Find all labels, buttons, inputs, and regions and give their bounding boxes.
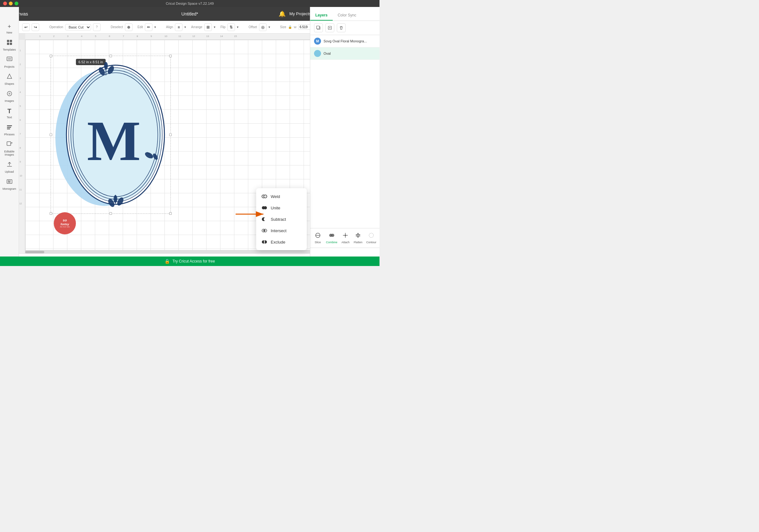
delete-button[interactable] <box>337 23 346 32</box>
sidebar-item-new[interactable]: + New <box>0 21 19 37</box>
svg-rect-3 <box>10 43 12 45</box>
layer-thumb-2 <box>314 50 321 57</box>
slice-tool[interactable]: Slice <box>311 231 324 245</box>
arrange-button[interactable]: ⊞ <box>204 23 212 31</box>
deselect-group: Deselect ⊕ <box>111 23 133 31</box>
svg-marker-6 <box>7 74 12 78</box>
offset-group: Offset ◎ ▾ <box>249 23 270 31</box>
templates-icon <box>6 39 13 47</box>
svg-rect-2 <box>7 43 9 45</box>
left-sidebar: + New Templates Projects Shapes Images T… <box>0 7 19 266</box>
panel-tabs: Layers Color Sync <box>310 7 380 21</box>
arrange-label: Arrange <box>191 25 202 29</box>
banner-text: Try Cricut Access for free <box>172 259 215 264</box>
redo-button[interactable]: ↪ <box>32 23 39 31</box>
operation-label: Operation <box>49 25 63 29</box>
svg-rect-57 <box>356 236 360 236</box>
flatten-tool[interactable]: Flatten <box>352 231 364 245</box>
layer-item-1[interactable]: M Sovg Oval Floral Monogra... <box>310 35 380 47</box>
copy-button[interactable] <box>325 23 334 32</box>
new-icon: + <box>8 23 11 30</box>
app-title: Cricut Design Space v7.22.149 <box>166 2 214 5</box>
svg-rect-9 <box>7 125 12 126</box>
sidebar-item-templates[interactable]: Templates <box>0 37 19 54</box>
combine-exclude[interactable]: Exclude <box>256 236 307 248</box>
operation-select[interactable]: Basic Cut <box>65 24 91 30</box>
svg-rect-12 <box>7 142 11 145</box>
operation-help[interactable]: ? <box>93 23 100 31</box>
editable-images-icon <box>6 141 13 149</box>
flip-button[interactable]: ⇅ <box>227 23 235 31</box>
attach-icon <box>342 232 348 240</box>
undo-button[interactable]: ↩ <box>22 23 30 31</box>
svg-point-42 <box>264 206 267 209</box>
svg-point-58 <box>369 233 374 237</box>
size-label: Size <box>280 25 286 29</box>
sidebar-item-projects[interactable]: Projects <box>0 54 19 71</box>
sidebar-item-images[interactable]: Images <box>0 88 19 105</box>
cricut-access-banner[interactable]: 🔒 Try Cricut Access for free <box>0 257 380 266</box>
arrow-annotation <box>236 209 267 220</box>
layer-thumb-1: M <box>314 38 321 45</box>
contour-tool[interactable]: Contour <box>364 231 378 245</box>
panel-actions <box>310 21 380 35</box>
upload-icon <box>6 161 13 169</box>
deselect-button[interactable]: ⊕ <box>125 23 133 31</box>
undo-redo-group: ↩ ↪ <box>22 23 39 31</box>
deselect-label: Deselect <box>111 25 123 29</box>
align-button[interactable]: ≡ <box>175 23 182 31</box>
close-button[interactable] <box>3 2 7 5</box>
align-label: Align <box>166 25 173 29</box>
sidebar-item-monogram[interactable]: M Monogram <box>0 176 19 193</box>
combine-weld[interactable]: Weld <box>256 191 307 202</box>
edit-group: Edit ✏ ▾ <box>138 23 156 31</box>
weld-icon <box>261 193 267 200</box>
svg-rect-1 <box>10 40 12 42</box>
tab-layers[interactable]: Layers <box>310 11 333 20</box>
minimize-button[interactable] <box>9 2 13 5</box>
sidebar-item-phrases[interactable]: Phrases <box>0 121 19 139</box>
offset-label: Offset <box>249 25 257 29</box>
arrange-group: Arrange ⊞ ▾ <box>191 23 215 31</box>
svg-point-54 <box>331 234 334 237</box>
horizontal-scrollbar[interactable] <box>25 250 310 253</box>
svg-rect-10 <box>7 127 11 128</box>
svg-rect-0 <box>7 40 9 42</box>
svg-rect-35 <box>317 26 319 29</box>
combine-tool[interactable]: Combine <box>324 231 340 245</box>
attach-tool[interactable]: Attach <box>340 231 352 245</box>
combine-intersect[interactable]: Intersect <box>256 225 307 236</box>
sidebar-item-shapes[interactable]: Shapes <box>0 71 19 88</box>
logo-line3: the font site <box>60 226 69 228</box>
combine-icon <box>329 232 335 240</box>
logo-line2: fontsy <box>60 223 69 226</box>
tab-color-sync[interactable]: Color Sync <box>333 11 361 20</box>
maximize-button[interactable] <box>15 2 18 5</box>
right-panel: Layers Color Sync M Sovg Oval Floral Mon… <box>310 7 380 266</box>
svg-point-8 <box>9 93 11 95</box>
scrollbar-thumb[interactable] <box>25 251 44 253</box>
offset-button[interactable]: ◎ <box>259 23 266 31</box>
design-canvas[interactable]: M <box>51 56 171 214</box>
ruler-horizontal: 1 2 3 4 5 6 7 8 9 10 11 12 13 14 15 <box>25 33 310 40</box>
sidebar-item-upload[interactable]: Upload <box>0 159 19 176</box>
document-title: Untitled* <box>181 11 198 17</box>
flatten-icon <box>355 232 361 240</box>
sidebar-item-text[interactable]: T Text <box>0 105 19 121</box>
sidebar-item-editable-images[interactable]: Editable Images <box>0 139 19 159</box>
logo-line1: so <box>60 218 69 222</box>
exclude-icon <box>261 239 267 245</box>
layer-item-2[interactable]: Oval <box>310 47 380 60</box>
bottom-panel-tools: Slice Combine Attach Flatten Contour <box>310 228 380 248</box>
slice-icon <box>315 232 321 240</box>
images-icon <box>6 91 13 99</box>
phrases-icon <box>6 124 13 132</box>
contour-icon <box>368 232 375 240</box>
svg-rect-5 <box>8 58 11 60</box>
duplicate-button[interactable] <box>314 23 323 32</box>
svg-rect-56 <box>356 234 360 235</box>
my-projects-button[interactable]: My Projects <box>289 11 311 16</box>
notification-icon[interactable]: 🔔 <box>279 11 286 18</box>
flip-group: Flip ⇅ ▾ <box>220 23 238 31</box>
edit-button[interactable]: ✏ <box>145 23 152 31</box>
